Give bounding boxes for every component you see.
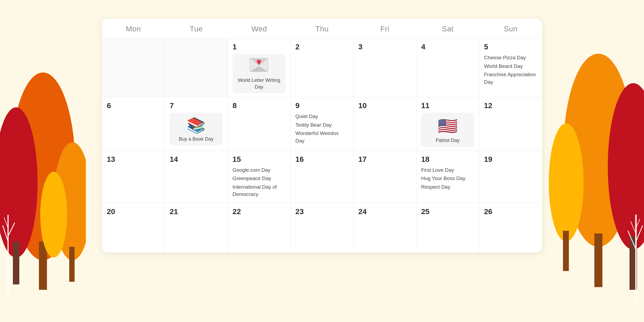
- cal-cell-1: 1 World Letter Writing Day: [228, 38, 291, 97]
- event-text: First Love Day: [421, 166, 474, 174]
- day-number: 5: [484, 43, 537, 51]
- header-day-wed: Wed: [228, 19, 291, 38]
- event-text: Cheese Pizza Day: [484, 54, 537, 61]
- cal-cell-5: 5Cheese Pizza DayWorld Beard DayFranchis…: [479, 38, 542, 97]
- day-number: 25: [421, 207, 474, 216]
- cal-cell-13: 13: [102, 151, 165, 203]
- event-text: Hug Your Boss Day: [421, 175, 474, 182]
- day-number: 8: [233, 101, 286, 110]
- day-number: 9: [295, 101, 348, 110]
- day-number: 4: [421, 43, 474, 51]
- event-text: International Day of Democracy: [233, 183, 286, 198]
- cal-cell-17: 17: [353, 151, 416, 203]
- day-number: 15: [233, 155, 286, 164]
- event-label: Patriot Day: [436, 137, 460, 144]
- day-number: 3: [358, 43, 411, 51]
- calendar: MonTueWedThuFriSatSun 1 World Letter Wri…: [102, 19, 542, 253]
- cal-cell-4: 4: [416, 38, 479, 97]
- svg-rect-12: [594, 233, 602, 287]
- cal-cell-26: 26: [479, 203, 542, 253]
- calendar-wrapper: MonTueWedThuFriSatSun 1 World Letter Wri…: [54, 19, 590, 253]
- header-day-sun: Sun: [479, 19, 542, 38]
- cal-cell-23: 23: [291, 203, 353, 253]
- event-card: 📚 Buy a Book Day: [170, 113, 222, 145]
- cal-cell-2: 2: [291, 38, 353, 97]
- event-text: Wonderful Weirdos Day: [295, 130, 348, 144]
- day-number: 22: [233, 207, 286, 216]
- cal-cell-11: 11 🇺🇸 Patriot Day: [416, 97, 479, 151]
- event-text: Quiet Day: [295, 113, 348, 120]
- event-card: 🇺🇸 Patriot Day: [421, 113, 474, 147]
- day-number: 17: [358, 155, 411, 164]
- day-number: 21: [170, 207, 222, 216]
- day-number: 24: [358, 207, 411, 216]
- cal-cell-8: 8: [228, 97, 291, 151]
- page-title: [0, 0, 644, 19]
- calendar-header: MonTueWedThuFriSatSun: [102, 19, 542, 38]
- cal-cell-20: 20: [102, 203, 165, 253]
- header-day-tue: Tue: [165, 19, 228, 38]
- cal-cell-3: 3: [353, 38, 416, 97]
- cal-cell-empty-00: [102, 38, 165, 97]
- svg-rect-3: [13, 241, 19, 284]
- cal-cell-empty-01: [165, 38, 228, 97]
- cal-cell-7: 7 📚 Buy a Book Day: [165, 97, 228, 151]
- day-number: 10: [358, 101, 411, 110]
- day-number: 6: [107, 101, 160, 110]
- cal-cell-15: 15Google.com DayGreenpeace DayInternatio…: [228, 151, 291, 203]
- day-number: 16: [295, 155, 348, 164]
- cal-cell-12: 12: [479, 97, 542, 151]
- event-text: World Beard Day: [484, 63, 537, 70]
- cal-cell-16: 16: [291, 151, 353, 203]
- header-day-mon: Mon: [102, 19, 165, 38]
- header-day-thu: Thu: [291, 19, 353, 38]
- day-number: 23: [295, 207, 348, 216]
- cal-cell-18: 18First Love DayHug Your Boss DayRespect…: [416, 151, 479, 203]
- cal-cell-25: 25: [416, 203, 479, 253]
- calendar-grid: 1 World Letter Writing Day 2345Cheese Pi…: [102, 38, 542, 253]
- cal-cell-10: 10: [353, 97, 416, 151]
- day-number: 7: [170, 101, 222, 110]
- day-number: 2: [295, 43, 348, 51]
- event-text: Google.com Day: [233, 166, 286, 174]
- day-number: 19: [484, 155, 537, 164]
- cal-cell-22: 22: [228, 203, 291, 253]
- day-number: 11: [421, 101, 474, 110]
- day-number: 1: [233, 43, 286, 51]
- day-number: 14: [170, 155, 222, 164]
- event-label: World Letter Writing Day: [236, 77, 282, 90]
- day-number: 12: [484, 101, 537, 110]
- cal-cell-21: 21: [165, 203, 228, 253]
- event-label: Buy a Book Day: [179, 136, 213, 142]
- event-text: Teddy Bear Day: [295, 121, 348, 129]
- cal-cell-14: 14: [165, 151, 228, 203]
- event-text: Respect Day: [421, 183, 474, 191]
- cal-cell-19: 19: [479, 151, 542, 203]
- header-day-fri: Fri: [353, 19, 416, 38]
- header-day-sat: Sat: [416, 19, 479, 38]
- cal-cell-24: 24: [353, 203, 416, 253]
- day-number: 26: [484, 207, 537, 216]
- day-number: 18: [421, 155, 474, 164]
- event-text: Franchise Appreciation Day: [484, 71, 537, 86]
- day-number: 13: [107, 155, 160, 164]
- cal-cell-6: 6: [102, 97, 165, 151]
- event-card: World Letter Writing Day: [233, 54, 286, 93]
- day-number: 20: [107, 207, 160, 216]
- cal-cell-9: 9Quiet DayTeddy Bear DayWonderful Weirdo…: [291, 97, 353, 151]
- event-text: Greenpeace Day: [233, 175, 286, 182]
